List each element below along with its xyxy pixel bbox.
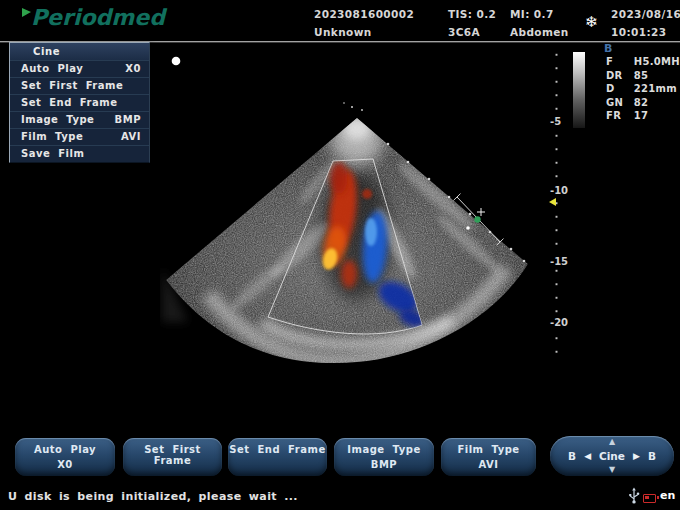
cine-label: Cine [599,450,625,462]
button-label: Film Type [441,444,536,455]
freeze-snowflake-icon: ❄ [585,13,598,31]
button-set-end-frame[interactable]: Set End Frame [228,438,327,476]
arrow-left-icon[interactable]: ◀ [584,451,591,461]
depth-label-10: -10 [548,185,570,196]
menu-item-image-type[interactable]: Image Type BMP [10,111,149,128]
param-value: 221mm [634,83,677,94]
image-params: F H5.0MHz DR 85 D 221mm GN 82 FR 17 [606,55,680,123]
menu-item-film-type[interactable]: Film Type AVI [10,128,149,145]
mode-b-right[interactable]: B [648,450,656,462]
param-row: D 221mm [606,82,680,96]
pointer-dot [172,57,181,66]
exam-id: 2023081600002 [314,8,414,20]
logo-text: Periodmed [31,5,165,30]
bottom-bar: Auto Play X0 Set First Frame Set End Fra… [0,430,680,486]
menu-item-value: BMP [115,112,141,128]
param-row: GN 82 [606,96,680,110]
depth-label-20: -20 [548,317,570,328]
button-value: AVI [441,459,536,470]
button-label: Set First Frame [123,444,222,466]
param-label: F [606,55,630,69]
button-label: Set End Frame [228,444,327,455]
param-row: FR 17 [606,109,680,123]
patient-name: Unknown [314,26,372,38]
probe-name: 3C6A [448,26,480,38]
menu-item-set-end-frame[interactable]: Set End Frame [10,94,149,111]
mode-label: B [604,42,612,55]
menu-title: Cine [10,43,149,60]
button-film-type[interactable]: Film Type AVI [441,438,536,476]
menu-item-set-first-frame[interactable]: Set First Frame [10,77,149,94]
param-label: D [606,82,630,96]
menu-item-label: Save Film [21,146,84,162]
button-image-type[interactable]: Image Type BMP [334,438,434,476]
menu-item-label: Auto Play [21,61,83,77]
cine-mode-control[interactable]: ▲ B ◀ Cine ▶ B ▼ [550,436,674,476]
focus-marker-icon[interactable] [549,198,556,206]
param-row: F H5.0MHz [606,55,680,69]
top-bar: Periodmed 2023081600002 Unknown TIS: 0.2… [0,0,680,42]
preset-name: Abdomen [510,26,569,38]
arrow-down-icon[interactable]: ▼ [609,466,615,474]
arrow-right-icon[interactable]: ▶ [633,451,640,461]
cine-context-menu: Cine Auto Play X0 Set First Frame Set En… [9,42,150,163]
mi-value: MI: 0.7 [510,8,554,20]
caliper-white-dot [466,226,470,230]
button-value: X0 [15,459,115,470]
menu-item-value: AVI [121,129,141,145]
menu-item-label: Image Type [21,112,94,128]
depth-label-15: -15 [548,256,570,267]
menu-item-save-film[interactable]: Save Film [10,145,149,162]
param-value: 17 [634,110,649,121]
button-value: BMP [334,459,434,470]
param-row: DR 85 [606,69,680,83]
exam-time: 10:01:23 [611,26,666,38]
tis-value: TIS: 0.2 [448,8,496,20]
button-auto-play[interactable]: Auto Play X0 [15,438,115,476]
param-label: GN [606,96,630,110]
language-indicator[interactable]: en [660,489,675,502]
menu-item-value: X0 [125,61,141,77]
usb-icon [627,487,641,504]
menu-item-label: Set End Frame [21,95,117,111]
param-value: 82 [634,97,649,108]
status-bar: U disk is being initialized, please wait… [0,485,680,510]
button-label: Image Type [334,444,434,455]
battery-icon [643,494,656,503]
button-label: Auto Play [15,444,115,455]
logo-arrow-icon [22,8,31,17]
menu-item-label: Set First Frame [21,78,123,94]
arrow-up-icon[interactable]: ▲ [609,438,615,446]
depth-ruler: -5 -10 -15 -20 [546,48,582,360]
screen: Periodmed 2023081600002 Unknown TIS: 0.2… [0,0,680,510]
param-label: FR [606,109,630,123]
ultrasound-image[interactable] [160,45,545,395]
param-label: DR [606,69,630,83]
caliper-green-dot[interactable] [474,216,480,222]
status-message: U disk is being initialized, please wait… [8,490,298,503]
param-value: H5.0MHz [634,56,680,67]
menu-item-auto-play[interactable]: Auto Play X0 [10,60,149,77]
menu-item-label: Film Type [21,129,83,145]
depth-label-5: -5 [548,116,563,127]
button-set-first-frame[interactable]: Set First Frame [123,438,222,476]
exam-date: 2023/08/16 [611,8,680,20]
mode-b-left[interactable]: B [568,450,576,462]
param-value: 85 [634,70,649,81]
